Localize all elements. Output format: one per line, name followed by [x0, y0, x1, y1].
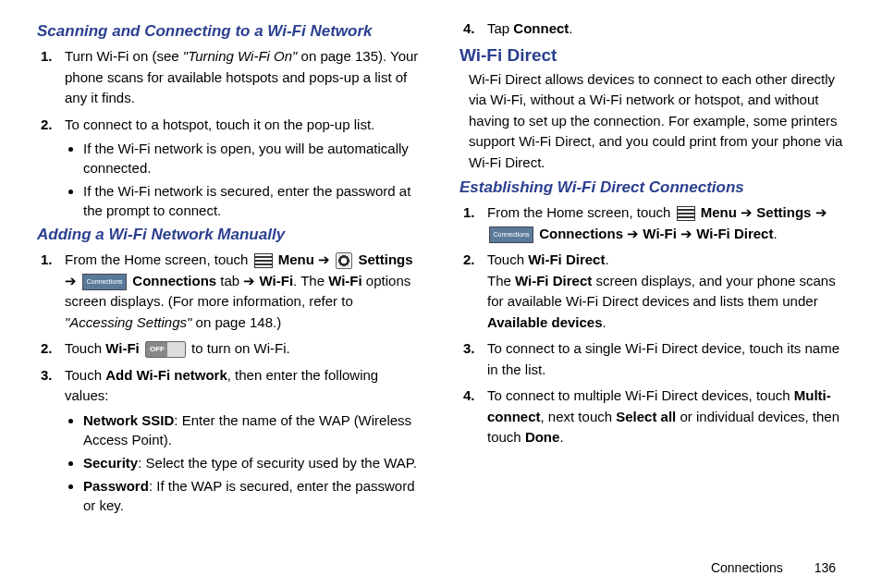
text: . [559, 429, 563, 445]
list-item: 1. From the Home screen, touch Menu ➔ Se… [65, 250, 423, 333]
wifi-label: Wi-Fi [105, 340, 140, 356]
list-item: 1. From the Home screen, touch Menu ➔ Se… [487, 202, 845, 244]
text: , next touch [541, 409, 617, 424]
text: tab ➔ [216, 273, 259, 288]
text: Touch [65, 340, 105, 356]
text: Touch [487, 251, 528, 267]
right-column: 4. Tap Connect. Wi-Fi Direct Wi-Fi Direc… [459, 18, 845, 521]
connections-label: Connections [539, 226, 623, 241]
footer-page-number: 136 [815, 560, 836, 575]
connections-icon: Connections [82, 274, 127, 290]
text: . [569, 20, 572, 36]
ref-link: "Turning Wi-Fi On" [183, 48, 298, 64]
arrow: ➔ [623, 226, 643, 241]
intro-text: Wi-Fi Direct allows devices to connect t… [469, 69, 845, 174]
arrow: ➔ [737, 204, 756, 220]
heading-establishing: Establishing Wi-Fi Direct Connections [459, 178, 845, 197]
select-all-label: Select all [616, 409, 676, 424]
ref-link: "Accessing Settings" [65, 314, 191, 330]
wifi-label: Wi-Fi [643, 226, 677, 241]
wifi-label: Wi-Fi [260, 273, 294, 288]
heading-adding: Adding a Wi-Fi Network Manually [37, 226, 423, 244]
text: Tap [487, 20, 513, 36]
list-scanning: 1. Turn Wi-Fi on (see "Turning Wi-Fi On"… [37, 46, 423, 220]
footer-section: Connections [711, 560, 783, 575]
page-footer: Connections 136 [711, 560, 836, 575]
text: . The [293, 273, 328, 288]
connections-icon: Connections [489, 227, 533, 243]
arrow: ➔ [677, 226, 696, 241]
wifi-label: Wi-Fi [328, 273, 362, 288]
text: The [487, 273, 515, 288]
menu-label: Menu [278, 251, 314, 267]
arrow: ➔ [811, 204, 827, 220]
connections-label: Connections [132, 273, 216, 288]
wifi-direct-label: Wi-Fi Direct [696, 226, 773, 241]
heading-scanning: Scanning and Connecting to a Wi-Fi Netwo… [37, 22, 423, 41]
text: From the Home screen, touch [487, 204, 675, 220]
list-item: 3. Touch Add Wi-Fi network, then enter t… [65, 365, 423, 515]
list-item: 2. Touch Wi-Fi OFF to turn on Wi-Fi. [65, 338, 423, 360]
text: to turn on Wi-Fi. [191, 340, 290, 356]
wifi-direct-label: Wi-Fi Direct [515, 273, 592, 288]
bullet-item: Password: If the WAP is secured, enter t… [83, 476, 423, 515]
bullet-item: If the Wi-Fi network is open, you will b… [83, 139, 423, 178]
text: Touch [65, 367, 105, 383]
bullet-item: Security: Select the type of security us… [83, 453, 423, 472]
text: on page 148.) [191, 314, 281, 330]
sub-bullets: If the Wi-Fi network is open, you will b… [65, 139, 423, 220]
page-content: Scanning and Connecting to a Wi-Fi Netwo… [0, 0, 882, 530]
list-item: 1. Turn Wi-Fi on (see "Turning Wi-Fi On"… [65, 46, 423, 109]
text: To connect to multiple Wi-Fi Direct devi… [487, 387, 794, 403]
arrow: ➔ [314, 251, 334, 267]
left-column: Scanning and Connecting to a Wi-Fi Netwo… [37, 18, 423, 521]
list-adding: 1. From the Home screen, touch Menu ➔ Se… [37, 250, 423, 515]
done-label: Done [525, 429, 560, 445]
list-item: 4. To connect to multiple Wi-Fi Direct d… [487, 386, 845, 448]
list-continued: 4. Tap Connect. [459, 18, 845, 40]
field-name: Password [83, 478, 149, 494]
list-item: 2. Touch Wi-Fi Direct. The Wi-Fi Direct … [487, 250, 845, 333]
field-name: Network SSID [83, 412, 174, 428]
settings-icon [336, 252, 352, 269]
menu-icon [254, 253, 273, 268]
menu-icon [677, 206, 695, 221]
list-item: 2. To connect to a hotspot, touch it on … [65, 115, 423, 221]
add-wifi-label: Add Wi-Fi network [105, 367, 227, 383]
field-name: Security [83, 455, 138, 471]
list-item: 4. Tap Connect. [487, 18, 845, 40]
off-toggle-icon: OFF [145, 341, 186, 358]
connect-label: Connect [513, 20, 569, 36]
text: To connect to a hotspot, touch it on the… [65, 116, 374, 132]
available-devices-label: Available devices [487, 314, 603, 330]
text: : Select the type of security used by th… [138, 455, 417, 471]
text: From the Home screen, touch [65, 251, 252, 267]
text: . [605, 251, 608, 267]
bullet-item: If the Wi-Fi network is secured, enter t… [83, 181, 423, 220]
bullet-item: Network SSID: Enter the name of the WAP … [83, 410, 423, 449]
text: . [603, 314, 606, 330]
arrow: ➔ [65, 273, 80, 288]
settings-label: Settings [756, 204, 811, 220]
text: . [773, 226, 777, 241]
sub-bullets: Network SSID: Enter the name of the WAP … [65, 410, 423, 515]
text: To connect to a single Wi-Fi Direct devi… [487, 340, 839, 377]
list-establishing: 1. From the Home screen, touch Menu ➔ Se… [459, 202, 845, 448]
heading-wifi-direct: Wi-Fi Direct [459, 45, 845, 66]
settings-label: Settings [358, 251, 412, 267]
wifi-direct-label: Wi-Fi Direct [528, 251, 605, 267]
text: Turn Wi-Fi on (see [65, 48, 183, 64]
menu-label: Menu [701, 204, 737, 220]
list-item: 3. To connect to a single Wi-Fi Direct d… [487, 338, 845, 380]
